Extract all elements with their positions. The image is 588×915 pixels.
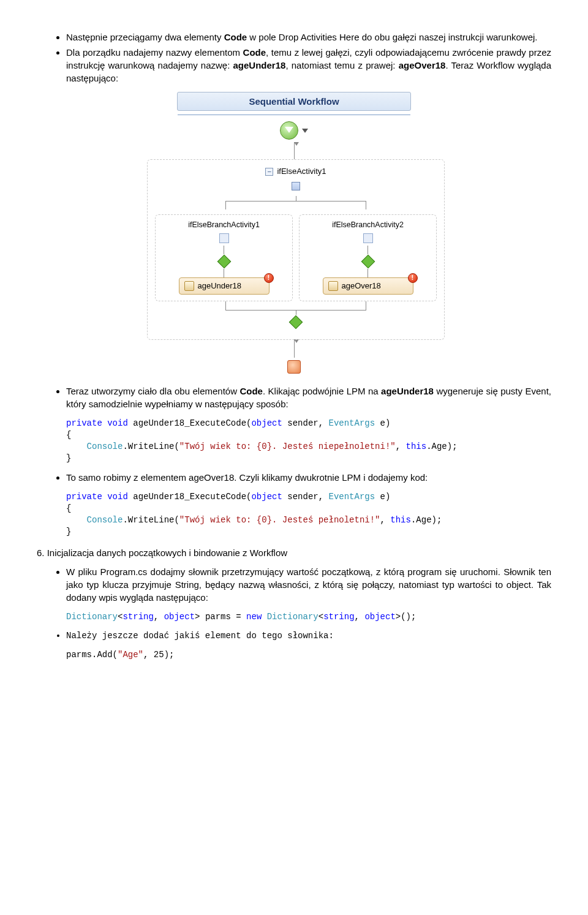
header-divider bbox=[178, 115, 410, 115]
dropdown-arrow-icon bbox=[302, 129, 308, 133]
code-block-3: Dictionary<string, object> parms = new D… bbox=[66, 611, 551, 623]
code-activity-icon bbox=[328, 281, 338, 291]
connector-line bbox=[294, 142, 295, 159]
text: ageUnder18_ExecuteCode( bbox=[128, 492, 252, 502]
keyword: object bbox=[364, 612, 395, 622]
connector bbox=[368, 269, 368, 277]
type: Dictionary bbox=[66, 612, 118, 622]
activity-ageunder18: ageUnder18 ! bbox=[179, 277, 270, 295]
connector bbox=[368, 246, 368, 254]
error-badge-icon: ! bbox=[408, 273, 418, 283]
text: < bbox=[318, 612, 323, 622]
type: Console bbox=[87, 515, 123, 525]
text: , 25); bbox=[143, 650, 174, 660]
bold-code: Code bbox=[224, 32, 247, 42]
merge-diamond-icon bbox=[289, 315, 303, 329]
activity-ageover18: ageOver18 ! bbox=[323, 277, 413, 295]
branch-icon bbox=[219, 233, 229, 243]
text: e) bbox=[375, 492, 390, 502]
type: EventArgs bbox=[329, 492, 375, 502]
text: Teraz utworzymy ciało dla obu elementów bbox=[66, 386, 239, 396]
text: .Age); bbox=[426, 442, 457, 451]
text: , bbox=[396, 442, 406, 451]
collapse-icon: – bbox=[265, 168, 273, 176]
ifelse-icon bbox=[292, 182, 300, 190]
keyword: string bbox=[123, 612, 153, 622]
text bbox=[66, 515, 87, 525]
keyword: object bbox=[164, 612, 195, 622]
text: sender, bbox=[282, 492, 329, 502]
keyword: string bbox=[323, 612, 354, 622]
text: , bbox=[154, 612, 164, 622]
text: parms.Add( bbox=[66, 650, 118, 660]
text: w pole Drop Activities Here do obu gałęz… bbox=[247, 32, 537, 42]
split-connector bbox=[155, 196, 437, 209]
condition-diamond-icon bbox=[217, 254, 231, 268]
bold: Code bbox=[239, 386, 263, 396]
code-block-4: parms.Add("Age", 25); bbox=[66, 649, 551, 661]
ifelse-label-row: – ifElseActivity1 bbox=[155, 166, 437, 177]
text: { bbox=[66, 430, 71, 440]
connector bbox=[224, 269, 224, 277]
branch-1-container: ifElseBranchActivity1 ageUnder18 ! bbox=[155, 214, 293, 301]
keyword: void bbox=[107, 492, 128, 502]
keyword: this bbox=[390, 515, 411, 525]
keyword: void bbox=[107, 418, 128, 428]
text: Dla porządku nadajemy nazwy elementom bbox=[66, 47, 243, 58]
keyword: new bbox=[246, 612, 262, 622]
ifelse-activity-container: – ifElseActivity1 ifElseBranchActivity1 … bbox=[147, 159, 445, 340]
branch-row: ifElseBranchActivity1 ageUnder18 ! ifEls… bbox=[155, 214, 437, 301]
branch-icon bbox=[363, 233, 373, 243]
text: >(); bbox=[396, 612, 417, 622]
sequential-workflow-header: Sequential Workflow bbox=[177, 92, 411, 111]
code-activity-icon bbox=[184, 281, 194, 291]
paragraph-6: Należy jeszcze dodać jakiś element do te… bbox=[66, 630, 551, 642]
text bbox=[262, 612, 266, 622]
text: } bbox=[66, 453, 71, 463]
bold: Code bbox=[243, 47, 266, 58]
bold: ageUnder18 bbox=[233, 60, 286, 70]
code-block-2: private void ageUnder18_ExecuteCode(obje… bbox=[66, 491, 551, 538]
keyword: private bbox=[66, 492, 102, 502]
paragraph-3: Teraz utworzymy ciało dla obu elementów … bbox=[66, 385, 551, 410]
connector bbox=[224, 246, 224, 254]
text: .Age); bbox=[411, 515, 442, 525]
section-6-heading: 6. Inicjalizacja danych początkowych i b… bbox=[37, 546, 551, 559]
text: Należy jeszcze dodać jakiś element do te… bbox=[66, 631, 334, 641]
bold: ageUnder18 bbox=[381, 386, 434, 396]
connector-line bbox=[294, 339, 295, 358]
string: "Age" bbox=[118, 650, 143, 660]
type: Dictionary bbox=[267, 612, 318, 622]
paragraph-1: Następnie przeciągamy dwa elementy Code … bbox=[66, 31, 551, 43]
paragraph-2: Dla porządku nadajemy nazwy elementom Co… bbox=[66, 46, 551, 85]
keyword: this bbox=[406, 442, 427, 451]
string: "Twój wiek to: {0}. Jesteś pełnoletni!" bbox=[179, 515, 380, 525]
text: .WriteLine( bbox=[123, 442, 179, 451]
branch-2-container: ifElseBranchActivity2 ageOver18 ! bbox=[299, 214, 437, 301]
text: > parms = bbox=[195, 612, 246, 622]
branch-2-label: ifElseBranchActivity2 bbox=[303, 220, 432, 231]
activity-label: ageOver18 bbox=[342, 281, 381, 292]
text: , natomiast temu z prawej: bbox=[285, 60, 398, 70]
text: { bbox=[66, 503, 71, 513]
text: , bbox=[355, 612, 365, 622]
condition-diamond-icon bbox=[361, 254, 375, 268]
paragraph-5: W pliku Program.cs dodajmy słownik przet… bbox=[66, 565, 551, 604]
type: EventArgs bbox=[329, 418, 375, 428]
text: } bbox=[66, 527, 71, 537]
keyword: object bbox=[251, 492, 282, 502]
text: e) bbox=[375, 418, 390, 428]
text bbox=[66, 442, 87, 451]
text: sender, bbox=[282, 418, 329, 428]
bold: ageOver18 bbox=[399, 60, 446, 70]
start-node-icon bbox=[280, 121, 298, 140]
workflow-diagram: Sequential Workflow – ifElseActivity1 if… bbox=[147, 92, 441, 374]
activity-label: ageUnder18 bbox=[198, 281, 242, 292]
stop-node-icon bbox=[287, 360, 301, 374]
text: Następnie przeciągamy dwa elementy bbox=[66, 32, 224, 42]
string: "Twój wiek to: {0}. Jesteś niepełnoletni… bbox=[179, 442, 396, 451]
code-block-1: private void ageUnder18_ExecuteCode(obje… bbox=[66, 418, 551, 464]
branch-1-label: ifElseBranchActivity1 bbox=[159, 220, 288, 231]
text: .WriteLine( bbox=[123, 515, 179, 525]
text: ageUnder18_ExecuteCode( bbox=[128, 418, 252, 428]
